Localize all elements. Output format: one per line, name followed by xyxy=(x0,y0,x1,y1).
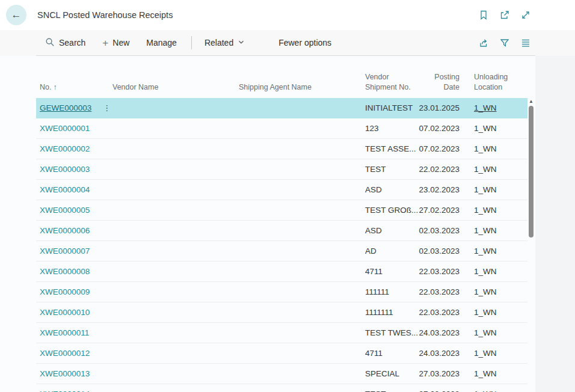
table-row[interactable]: XWE0000014 ⋮ TEST... 27.03.2023 1_WN xyxy=(36,384,527,392)
cell-unloading-location[interactable]: 1_WN xyxy=(460,308,527,317)
open-in-new-window-icon[interactable] xyxy=(499,9,511,21)
receipt-no-link[interactable]: XWE0000007 xyxy=(40,247,90,256)
cell-posting-date: 27.03.2023 xyxy=(419,369,460,378)
column-header-vendor-shipment-no[interactable]: Vendor Shipment No. xyxy=(365,72,419,93)
cell-no: XWE0000004 ⋮ xyxy=(36,185,112,194)
cell-unloading-location[interactable]: 1_WN xyxy=(460,247,527,256)
table-row[interactable]: XWE0000011 ⋮ TEST TWES... 24.03.2023 1_W… xyxy=(36,323,527,343)
cell-vendor-shipment-no: 4711 xyxy=(365,267,419,276)
cell-vendor-shipment-no: TEST TWES... xyxy=(365,328,419,337)
receipt-no-link[interactable]: XWE0000002 xyxy=(40,144,90,153)
receipt-no-link[interactable]: XWE0000010 xyxy=(40,308,90,317)
manage-label: Manage xyxy=(146,38,177,47)
cell-vendor-shipment-no: AD xyxy=(365,247,419,256)
action-bar-right xyxy=(478,30,532,55)
cell-unloading-location[interactable]: 1_WN xyxy=(460,103,527,112)
table-row[interactable]: XWE0000008 ⋮ 4711 22.03.2023 1_WN xyxy=(36,262,527,282)
cell-posting-date: 27.02.2023 xyxy=(419,206,460,215)
cell-unloading-location[interactable]: 1_WN xyxy=(460,165,527,174)
cell-posting-date: 23.02.2023 xyxy=(419,185,460,194)
scrollbar-thumb[interactable] xyxy=(529,106,533,237)
column-header-no[interactable]: No.↑ xyxy=(36,82,112,93)
table-row[interactable]: GEWE000003 ⋮ INITIALTEST 23.01.2025 1_WN xyxy=(36,98,527,118)
bookmark-icon[interactable] xyxy=(478,9,490,21)
scroll-up-icon[interactable]: ▲ xyxy=(527,98,535,105)
receipt-no-link[interactable]: XWE0000004 xyxy=(40,185,90,194)
manage-button[interactable]: Manage xyxy=(146,38,177,47)
cell-unloading-location[interactable]: 1_WN xyxy=(460,328,527,337)
chevron-down-icon xyxy=(238,38,245,47)
cell-unloading-location[interactable]: 1_WN xyxy=(460,185,527,194)
receipt-no-link[interactable]: XWE0000006 xyxy=(40,226,90,235)
receipt-no-link[interactable]: XWE0000003 xyxy=(40,165,90,174)
cell-posting-date: 07.02.2023 xyxy=(419,124,460,133)
expand-fullscreen-icon[interactable] xyxy=(520,9,532,21)
page-title: SNCL Posted Warehouse Receipts xyxy=(37,0,173,30)
new-button[interactable]: + New xyxy=(102,38,129,48)
table-row[interactable]: XWE0000004 ⋮ ASD 23.02.2023 1_WN xyxy=(36,180,527,200)
table-row[interactable]: XWE0000002 ⋮ TEST ASSE... 07.02.2023 1_W… xyxy=(36,139,527,159)
search-button[interactable]: Search xyxy=(45,37,85,49)
table-row[interactable]: XWE0000006 ⋮ ASD 02.03.2023 1_WN xyxy=(36,221,527,241)
cell-no: XWE0000014 ⋮ xyxy=(36,390,112,392)
cell-unloading-location[interactable]: 1_WN xyxy=(460,226,527,235)
cell-unloading-location[interactable]: 1_WN xyxy=(460,267,527,276)
table-row[interactable]: XWE0000009 ⋮ 111111 22.03.2023 1_WN xyxy=(36,282,527,302)
receipt-no-link[interactable]: XWE0000001 xyxy=(40,124,90,133)
column-header-shipping-agent-name[interactable]: Shipping Agent Name xyxy=(239,82,365,93)
receipt-no-link[interactable]: XWE0000009 xyxy=(40,287,90,296)
column-header-unloading-location[interactable]: Unloading Location xyxy=(460,72,527,93)
cell-no: XWE0000012 ⋮ xyxy=(36,349,112,358)
cell-no: XWE0000007 ⋮ xyxy=(36,247,112,256)
cell-vendor-shipment-no: SPECIAL xyxy=(365,369,419,378)
back-button[interactable]: ← xyxy=(6,5,26,25)
receipt-no-link[interactable]: XWE0000011 xyxy=(40,328,89,337)
cell-unloading-location[interactable]: 1_WN xyxy=(460,144,527,153)
search-label: Search xyxy=(59,38,85,47)
table-row[interactable]: XWE0000012 ⋮ 4711 24.03.2023 1_WN xyxy=(36,343,527,364)
cell-posting-date: 22.02.2023 xyxy=(419,165,460,174)
column-header-posting-date[interactable]: Posting Date xyxy=(419,72,460,93)
cell-no: XWE0000005 ⋮ xyxy=(36,206,112,215)
table-row[interactable]: XWE0000010 ⋮ 1111111 22.03.2023 1_WN xyxy=(36,302,527,323)
cell-posting-date: 07.02.2023 xyxy=(419,144,460,153)
related-menu-button[interactable]: Related xyxy=(204,38,245,47)
table-row[interactable]: XWE0000013 ⋮ SPECIAL 27.03.2023 1_WN xyxy=(36,364,527,384)
cell-posting-date: 02.03.2023 xyxy=(419,247,460,256)
cell-unloading-location[interactable]: 1_WN xyxy=(460,287,527,296)
receipt-no-link[interactable]: XWE0000008 xyxy=(40,267,90,276)
cell-unloading-location[interactable]: 1_WN xyxy=(460,124,527,133)
share-icon[interactable] xyxy=(478,37,490,49)
column-header-vendor-name[interactable]: Vendor Name xyxy=(112,82,239,93)
table-row[interactable]: XWE0000001 ⋮ 123 07.02.2023 1_WN xyxy=(36,118,527,139)
cell-no: XWE0000013 ⋮ xyxy=(36,369,112,378)
action-bar-left: Search + New Manage Related Fewer option… xyxy=(45,30,331,55)
cell-unloading-location[interactable]: 1_WN xyxy=(460,369,527,378)
plus-icon: + xyxy=(102,38,108,48)
receipt-no-link[interactable]: XWE0000013 xyxy=(40,369,90,378)
cell-vendor-shipment-no: TEST GROß... xyxy=(365,206,419,215)
cell-unloading-location[interactable]: 1_WN xyxy=(460,206,527,215)
cell-vendor-shipment-no: 4711 xyxy=(365,349,419,358)
table-row[interactable]: XWE0000005 ⋮ TEST GROß... 27.02.2023 1_W… xyxy=(36,200,527,221)
cell-vendor-shipment-no: TEST... xyxy=(365,390,419,392)
receipt-no-link[interactable]: XWE0000012 xyxy=(40,349,90,358)
back-arrow-icon: ← xyxy=(11,9,22,21)
receipt-no-link[interactable]: XWE0000014 xyxy=(40,390,90,392)
filter-icon[interactable] xyxy=(499,37,511,49)
table-header: No.↑ Vendor Name Shipping Agent Name Ven… xyxy=(36,56,527,98)
cell-posting-date: 23.01.2025 xyxy=(419,103,460,112)
title-bar: ← SNCL Posted Warehouse Receipts xyxy=(0,0,575,30)
row-context-menu-icon[interactable]: ⋮ xyxy=(103,104,111,112)
list-options-icon[interactable] xyxy=(520,37,532,49)
cell-unloading-location[interactable]: 1_WN xyxy=(460,390,527,392)
cell-vendor-shipment-no: ASD xyxy=(365,185,419,194)
fewer-options-button[interactable]: Fewer options xyxy=(278,38,331,47)
receipt-no-link[interactable]: XWE0000005 xyxy=(40,206,90,215)
cell-posting-date: 24.03.2023 xyxy=(419,328,460,337)
receipt-no-link[interactable]: GEWE000003 xyxy=(40,103,91,112)
table-row[interactable]: XWE0000007 ⋮ AD 02.03.2023 1_WN xyxy=(36,241,527,262)
cell-vendor-shipment-no: 1111111 xyxy=(365,308,419,317)
cell-unloading-location[interactable]: 1_WN xyxy=(460,349,527,358)
table-row[interactable]: XWE0000003 ⋮ TEST 22.02.2023 1_WN xyxy=(36,159,527,180)
